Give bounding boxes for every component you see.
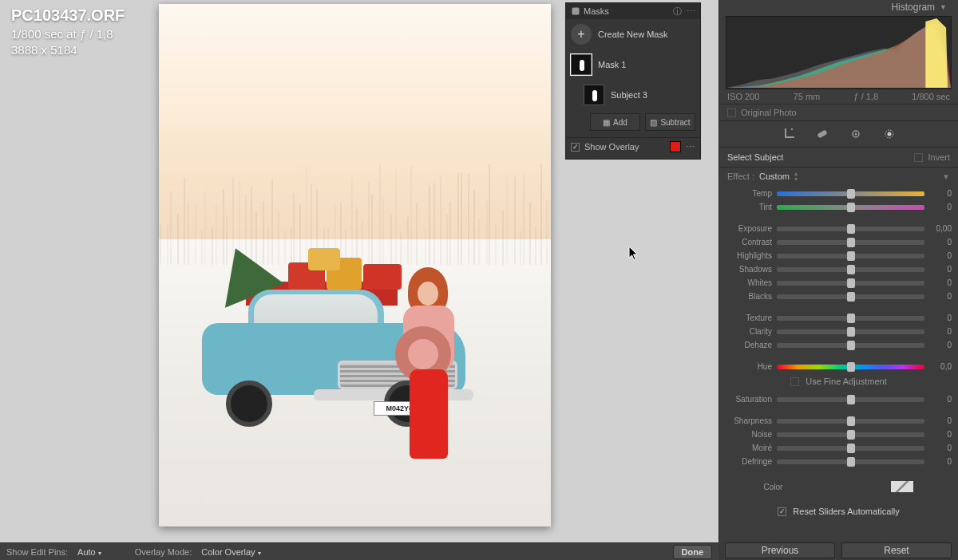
slider-saturation[interactable]: Saturation0 <box>726 392 952 406</box>
svg-point-3 <box>854 133 857 136</box>
svg-rect-0 <box>572 8 580 15</box>
fine-adjustment-row[interactable]: Use Fine Adjustment <box>726 373 952 392</box>
subject-label: Subject 3 <box>611 90 647 100</box>
mask-label: Mask 1 <box>598 60 626 69</box>
right-panel: Histogram▼ ISO 20075 mmƒ / 1,81/800 sec … <box>718 0 958 560</box>
slider-blacks[interactable]: Blacks0 <box>726 290 952 303</box>
show-overlay-label: Show Overlay <box>584 142 639 152</box>
mask-type-label: Select Subject <box>727 152 783 162</box>
masks-panel[interactable]: Masks ⓘ ⋯ + Create New Mask Mask 1 Subje… <box>565 2 701 160</box>
heal-tool-icon[interactable] <box>816 128 829 140</box>
create-mask-label: Create New Mask <box>598 30 667 39</box>
svg-rect-1 <box>817 129 827 138</box>
slider-highlights[interactable]: Highlights0 <box>726 249 952 262</box>
photo-preview[interactable]: M042YC <box>159 4 551 526</box>
fine-checkbox[interactable] <box>790 377 799 386</box>
redeye-tool-icon[interactable] <box>849 128 862 140</box>
slider-tint[interactable]: Tint0 <box>726 200 952 214</box>
reset-auto-checkbox[interactable]: ✓ <box>778 507 786 516</box>
chevron-down-icon: ▼ <box>940 3 947 11</box>
original-photo-toggle[interactable]: Original Photo <box>719 104 958 121</box>
file-name: PC103437.ORF <box>11 5 125 26</box>
slider-shadows[interactable]: Shadows0 <box>726 262 952 276</box>
color-swatch[interactable] <box>891 481 913 492</box>
show-pins-dropdown[interactable]: Auto ▾ <box>77 547 101 557</box>
photo-subject <box>398 267 461 467</box>
slider-temp[interactable]: Temp0 <box>726 187 952 200</box>
overlay-more-icon[interactable]: ⋯ <box>686 142 695 152</box>
mask-tool-icon[interactable] <box>883 128 896 140</box>
slider-dehaze[interactable]: Dehaze0 <box>726 338 952 352</box>
slider-contrast[interactable]: Contrast0 <box>726 235 952 249</box>
invert-checkbox[interactable] <box>914 153 923 162</box>
reset-auto-row[interactable]: ✓ Reset Sliders Automatically <box>719 500 958 523</box>
done-button[interactable]: Done <box>673 545 713 559</box>
more-icon[interactable]: ⋯ <box>687 6 695 17</box>
slider-moire[interactable]: Moiré0 <box>726 441 952 455</box>
mask-component-subject[interactable]: Subject 3 <box>566 80 700 110</box>
svg-point-5 <box>887 132 891 136</box>
histogram-meta: ISO 20075 mmƒ / 1,81/800 sec <box>719 89 958 104</box>
subtract-from-mask-button[interactable]: ▨Subtract <box>645 113 695 131</box>
slider-texture[interactable]: Texture0 <box>726 311 952 325</box>
previous-button[interactable]: Previous <box>725 542 835 558</box>
histogram-title: Histogram <box>891 2 935 13</box>
masks-title: Masks <box>584 6 609 16</box>
slider-clarity[interactable]: Clarity0 <box>726 325 952 338</box>
file-exposure: 1/800 sec at ƒ / 1,8 <box>11 26 125 42</box>
slider-hue[interactable]: Hue0,0 <box>726 360 952 373</box>
original-checkbox[interactable] <box>727 108 736 117</box>
histogram-header[interactable]: Histogram▼ <box>719 0 958 14</box>
show-overlay-checkbox[interactable]: ✓ <box>571 143 580 152</box>
add-to-mask-button[interactable]: ▦Add <box>590 113 640 131</box>
crop-tool-icon[interactable] <box>782 128 795 140</box>
file-dimensions: 3888 x 5184 <box>11 42 125 58</box>
right-bottom-bar: Previous Reset <box>718 541 958 560</box>
mask-type-row: Select Subject Invert <box>719 148 958 168</box>
panel-collapse-icon[interactable]: ▼ <box>942 172 950 181</box>
mask-thumb[interactable] <box>571 54 592 75</box>
bottom-bar: Show Edit Pins: Auto ▾ Overlay Mode: Col… <box>0 542 718 560</box>
slider-exposure[interactable]: Exposure0,00 <box>726 222 952 235</box>
slider-noise[interactable]: Noise0 <box>726 428 952 441</box>
color-row[interactable]: Color <box>726 476 952 495</box>
reset-button[interactable]: Reset <box>841 542 952 558</box>
histogram[interactable] <box>726 16 952 89</box>
subject-thumb[interactable] <box>584 85 604 105</box>
tool-strip <box>719 121 958 148</box>
overlay-color-swatch[interactable] <box>670 141 681 152</box>
overlay-mode-dropdown[interactable]: Color Overlay ▾ <box>201 547 260 557</box>
masks-icon <box>571 6 580 16</box>
info-icon[interactable]: ⓘ <box>673 6 682 18</box>
subtract-icon: ▨ <box>650 118 657 127</box>
add-icon: ▦ <box>603 118 610 127</box>
mask-item-1[interactable]: Mask 1 <box>566 49 700 80</box>
file-info-overlay: PC103437.ORF 1/800 sec at ƒ / 1,8 3888 x… <box>11 5 125 59</box>
masks-header[interactable]: Masks ⓘ ⋯ <box>566 3 700 19</box>
add-mask-icon[interactable]: + <box>571 24 592 45</box>
create-mask-row[interactable]: + Create New Mask <box>566 19 700 49</box>
effect-preset-row[interactable]: Effect : Custom ▴▾ ▼ <box>719 168 958 185</box>
slider-sharpness[interactable]: Sharpness0 <box>726 414 952 428</box>
slider-defringe[interactable]: Defringe0 <box>726 455 952 468</box>
slider-whites[interactable]: Whites0 <box>726 276 952 290</box>
preset-arrows-icon[interactable]: ▴▾ <box>794 171 798 182</box>
